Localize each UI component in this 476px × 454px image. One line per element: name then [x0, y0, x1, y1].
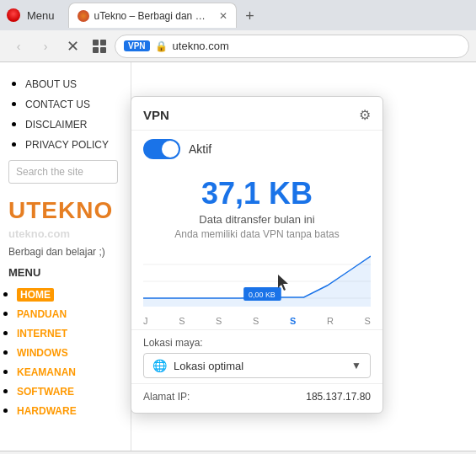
menu-label: MENU [0, 263, 131, 282]
forward-button[interactable]: › [34, 35, 57, 58]
chart-label-s5: S [365, 316, 371, 326]
globe-icon: 🌐 [152, 359, 167, 372]
svg-rect-1 [100, 40, 106, 45]
tab-close-icon[interactable]: ✕ [219, 10, 227, 22]
site-tagline: Berbagi dan belajar ;) [0, 246, 131, 263]
tab-favicon [78, 10, 89, 22]
svg-rect-2 [93, 47, 99, 53]
back-button[interactable]: ‹ [7, 35, 30, 58]
vpn-data-note: Anda memiliki data VPN tanpa batas [143, 228, 371, 240]
site-navigation: ABOUT US CONTACT US DISCLAIMER PRIVACY P… [0, 62, 131, 451]
svg-rect-3 [100, 47, 106, 53]
chart-label-s4-highlight: S [290, 316, 296, 326]
menu-item-windows[interactable]: WINDOWS [17, 345, 131, 360]
toggle-knob [162, 141, 179, 158]
vpn-toggle-row: Aktif [131, 131, 382, 168]
chart-label-s3: S [253, 316, 259, 326]
vpn-data-subtitle: Data ditransfer bulan ini [143, 213, 371, 226]
menu-item-internet[interactable]: INTERNET [17, 325, 131, 340]
menu-item-panduan[interactable]: PANDUAN [17, 306, 131, 321]
chart-x-labels: J S S S S R S [131, 316, 382, 326]
browser-chrome: Menu uTekno – Berbagi dan bele ✕ + ‹ › ✕ [0, 0, 476, 62]
chart-label-s2: S [216, 316, 222, 326]
reload-stop-button[interactable]: ✕ [61, 35, 84, 58]
lock-icon: 🔒 [155, 40, 168, 52]
address-text: utekno.com [173, 40, 460, 52]
vpn-chart-svg: 0,00 KB [143, 252, 371, 311]
vpn-popup: VPN ⚙ Aktif 37,1 KB Data ditransfer bula… [131, 96, 383, 414]
svg-rect-0 [93, 40, 99, 45]
page-content: ABOUT US CONTACT US DISCLAIMER PRIVACY P… [0, 62, 476, 451]
vpn-popup-title: VPN [143, 108, 169, 122]
new-tab-button[interactable]: + [238, 4, 262, 28]
vpn-location-select[interactable]: 🌐 Lokasi optimal ▼ [143, 353, 371, 378]
chart-label-j1: J [143, 316, 148, 326]
chevron-down-icon: ▼ [351, 360, 361, 371]
browser-tab-active[interactable]: uTekno – Berbagi dan bele ✕ [68, 3, 237, 28]
nav-link-disclaimer[interactable]: DISCLAIMER [25, 116, 122, 131]
apps-button[interactable] [88, 35, 111, 58]
vpn-popup-header: VPN ⚙ [131, 97, 382, 131]
settings-icon[interactable]: ⚙ [359, 107, 371, 123]
vpn-data-section: 37,1 KB Data ditransfer bulan ini Anda m… [131, 168, 382, 248]
nav-link-privacy[interactable]: PRIVACY POLICY [25, 136, 122, 152]
title-bar: Menu uTekno – Berbagi dan bele ✕ + [0, 0, 476, 30]
chart-label-s1: S [179, 316, 185, 326]
menu-item-hardware[interactable]: HARDWARE [17, 403, 131, 418]
vpn-ip-label: Alamat IP: [143, 391, 190, 403]
menu-item-home[interactable]: HOME [17, 286, 131, 302]
vpn-status-label: Aktif [189, 142, 211, 156]
vpn-chart: 0,00 KB [131, 248, 382, 316]
menu-items-list: HOME PANDUAN INTERNET WINDOWS KEAMANAN S… [0, 286, 131, 418]
tab-title: uTekno – Berbagi dan bele [94, 10, 211, 22]
vpn-ip-section: Alamat IP: 185.137.17.80 [131, 383, 382, 413]
vpn-location-label: Lokasi maya: [143, 337, 371, 349]
site-logo: UTEKNO [0, 190, 131, 231]
opera-logo-icon [7, 8, 20, 22]
vpn-location-section: Lokasi maya: 🌐 Lokasi optimal ▼ [131, 329, 382, 383]
vpn-location-name: Lokasi optimal [174, 360, 345, 372]
nav-bar: ‹ › ✕ VPN 🔒 utekno.com [0, 30, 476, 62]
nav-link-about[interactable]: ABOUT US [25, 76, 122, 91]
vpn-badge: VPN [124, 40, 150, 51]
menu-item-keamanan[interactable]: KEAMANAN [17, 364, 131, 379]
vpn-toggle[interactable] [143, 139, 180, 159]
menu-item-software[interactable]: SOFTWARE [17, 383, 131, 398]
vpn-ip-value: 185.137.17.80 [306, 391, 371, 403]
address-bar[interactable]: VPN 🔒 utekno.com [115, 35, 469, 58]
chart-label-r: R [327, 316, 334, 326]
menu-button[interactable]: Menu [27, 9, 55, 22]
nav-link-contact[interactable]: CONTACT US [25, 96, 122, 111]
search-input[interactable]: Search the site [8, 160, 118, 184]
svg-text:0,00 KB: 0,00 KB [249, 291, 275, 299]
nav-links-list: ABOUT US CONTACT US DISCLAIMER PRIVACY P… [0, 76, 131, 152]
status-bar [0, 451, 476, 454]
domain-overlay: utekno.com [8, 227, 70, 240]
vpn-data-value: 37,1 KB [143, 176, 371, 211]
